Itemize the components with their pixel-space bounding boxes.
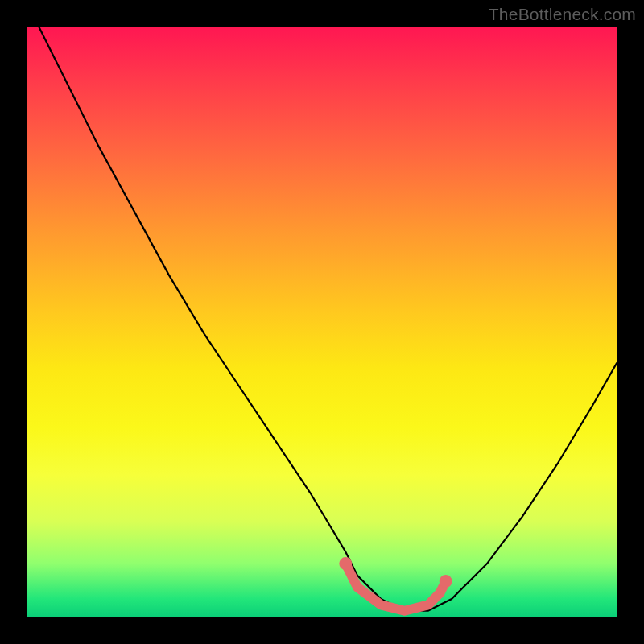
highlight-segment [345, 564, 445, 611]
highlight-dot [339, 557, 352, 570]
chart-svg [27, 27, 617, 617]
bottleneck-curve [27, 27, 617, 611]
watermark-text: TheBottleneck.com [489, 5, 636, 24]
highlight-dot [440, 575, 452, 588]
chart-plot-area [27, 27, 617, 617]
